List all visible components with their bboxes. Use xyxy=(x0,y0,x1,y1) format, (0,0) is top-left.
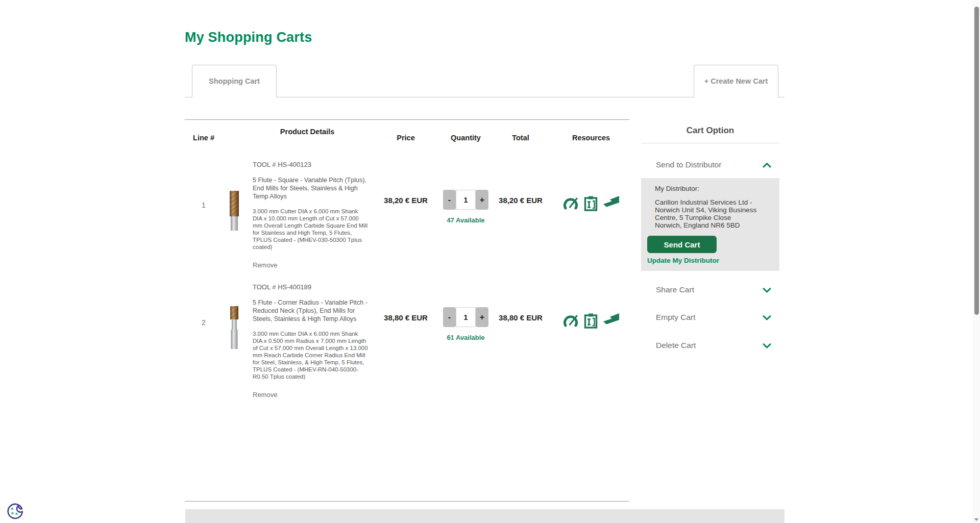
tab-shopping-cart[interactable]: Shopping Cart xyxy=(192,65,277,97)
header-line: Line # xyxy=(185,120,223,152)
page-content: My Shopping Carts Shopping Cart + Create… xyxy=(185,0,785,517)
chevron-up-icon xyxy=(763,162,771,168)
quantity-stepper: - + xyxy=(443,190,488,210)
share-cart-toggle[interactable]: Share Cart xyxy=(641,285,779,294)
cart-row: 2 xyxy=(185,269,629,399)
cart-row: 1 xyxy=(185,152,629,269)
header-quantity: Quantity xyxy=(443,120,488,152)
quantity-increase-button[interactable]: + xyxy=(476,190,488,210)
chevron-down-icon xyxy=(763,287,771,293)
send-cart-button[interactable]: Send Cart xyxy=(647,236,717,253)
delete-cart-label: Delete Cart xyxy=(656,341,696,350)
scrollbar-thumb[interactable] xyxy=(974,7,979,315)
header-product-details: Product Details xyxy=(246,120,369,152)
total-value: 38,80 € EUR xyxy=(488,269,553,399)
update-my-distributor-link[interactable]: Update My Distributor xyxy=(647,257,719,264)
price-value: 38,80 € EUR xyxy=(369,269,443,399)
header-price: Price xyxy=(369,120,443,152)
footer-bar xyxy=(185,509,785,523)
empty-cart-label: Empty Cart xyxy=(656,313,696,322)
tool-number: TOOL # HS-400189 xyxy=(253,283,369,291)
machining-advisor-gauge-icon[interactable] xyxy=(563,313,578,327)
remove-link[interactable]: Remove xyxy=(253,261,277,269)
product-image xyxy=(223,152,246,269)
brand-ribbon-icon[interactable] xyxy=(603,313,619,325)
my-distributor-label: My Distributor: xyxy=(655,185,773,192)
line-number: 2 xyxy=(185,269,223,399)
send-to-distributor-label: Send to Distributor xyxy=(656,160,721,169)
quantity-decrease-button[interactable]: - xyxy=(443,307,456,327)
quantity-stepper: - + xyxy=(443,307,488,327)
availability-label: 61 Available xyxy=(447,334,484,341)
product-title-link[interactable]: 5 Flute - Square - Variable Pitch (Tplus… xyxy=(253,176,369,201)
tab-create-new-cart-label: + Create New Cart xyxy=(704,77,768,85)
end-mill-image xyxy=(229,306,240,349)
cart-tabbar: Shopping Cart + Create New Cart xyxy=(185,65,785,97)
cart-table-header: Line # Product Details Price Quantity To… xyxy=(185,119,629,152)
tab-shopping-cart-label: Shopping Cart xyxy=(209,77,260,85)
page-title: My Shopping Carts xyxy=(185,30,785,45)
cart-option-title: Cart Option xyxy=(641,126,779,136)
page-scrollbar[interactable] xyxy=(973,0,980,523)
product-description: 3.000 mm Cutter DIA x 6.000 mm Shank DIA… xyxy=(253,330,369,380)
price-value: 38,20 € EUR xyxy=(369,152,443,269)
panel-divider xyxy=(641,143,779,143)
brand-ribbon-icon[interactable] xyxy=(603,196,619,207)
availability-label: 47 Available xyxy=(447,216,484,224)
quantity-decrease-button[interactable]: - xyxy=(443,190,456,210)
tab-create-new-cart[interactable]: + Create New Cart xyxy=(694,65,778,97)
tool-specs-clipboard-icon[interactable] xyxy=(584,313,598,329)
product-title-link[interactable]: 5 Flute - Corner Radius - Variable Pitch… xyxy=(253,298,369,323)
delete-cart-toggle[interactable]: Delete Cart xyxy=(641,341,779,350)
scrollbar-down-arrow-icon[interactable] xyxy=(974,518,978,521)
distributor-address: Carillon Industrial Services Ltd - Norwi… xyxy=(655,198,757,229)
machining-advisor-gauge-icon[interactable] xyxy=(563,196,578,210)
tool-specs-clipboard-icon[interactable] xyxy=(584,196,598,211)
header-resources: Resources xyxy=(553,120,629,152)
cart-table: Line # Product Details Price Quantity To… xyxy=(185,97,629,517)
quantity-increase-button[interactable]: + xyxy=(476,307,488,327)
chevron-down-icon xyxy=(763,315,771,320)
quantity-input[interactable] xyxy=(456,307,476,327)
chevron-down-icon xyxy=(763,343,771,348)
total-value: 38,20 € EUR xyxy=(488,152,553,269)
cookie-icon xyxy=(6,501,26,520)
product-description: 3.000 mm Cutter DIA x 6.000 mm Shank DIA… xyxy=(253,208,369,251)
product-image xyxy=(223,269,246,399)
end-mill-image xyxy=(228,191,240,231)
empty-cart-toggle[interactable]: Empty Cart xyxy=(641,313,779,322)
quantity-input[interactable] xyxy=(456,190,476,210)
table-empty-space xyxy=(185,399,629,501)
send-to-distributor-toggle[interactable]: Send to Distributor xyxy=(641,160,779,169)
share-cart-label: Share Cart xyxy=(656,285,694,294)
tool-number: TOOL # HS-400123 xyxy=(253,161,369,168)
cart-option-panel: Cart Option Send to Distributor My Distr… xyxy=(641,97,779,350)
header-total: Total xyxy=(488,120,553,152)
cookie-settings-button[interactable] xyxy=(6,501,26,520)
distributor-box: My Distributor: Carillon Industrial Serv… xyxy=(641,178,779,271)
line-number: 1 xyxy=(185,152,223,269)
remove-link[interactable]: Remove xyxy=(253,391,277,399)
